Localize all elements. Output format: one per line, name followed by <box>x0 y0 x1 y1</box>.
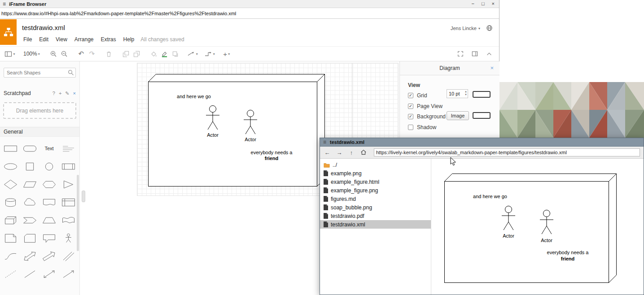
undo-button[interactable]: ↶ <box>76 48 87 60</box>
shape-actor[interactable] <box>59 229 78 247</box>
shape-bidirectional-arrow[interactable] <box>20 247 39 265</box>
file-row-parent-dir[interactable]: ../ <box>320 161 431 169</box>
forward-button[interactable]: → <box>336 150 343 156</box>
shadow-checkbox[interactable] <box>408 125 413 130</box>
shape-hexagon[interactable] <box>39 175 59 193</box>
fill-color-button[interactable] <box>149 48 159 60</box>
file-row[interactable]: testdrawio.pdf <box>320 212 431 220</box>
shape-step[interactable] <box>20 211 39 229</box>
shape-diamond[interactable] <box>1 175 20 193</box>
menu-extras[interactable]: Extras <box>97 35 120 43</box>
minimize-button[interactable]: − <box>471 1 474 6</box>
file-row[interactable]: example.png <box>320 169 431 178</box>
shadow-button[interactable] <box>170 48 181 60</box>
menu-edit[interactable]: Edit <box>35 35 52 43</box>
shape-card[interactable] <box>20 229 39 247</box>
scratchpad-dropzone[interactable]: Drag elements here <box>3 102 76 119</box>
up-button[interactable]: ↑ <box>348 150 355 156</box>
scratchpad-edit-icon[interactable]: ✎ <box>65 91 69 96</box>
shape-callout[interactable] <box>39 229 59 247</box>
menu-file[interactable]: File <box>20 35 35 43</box>
insert-dropdown[interactable]: + ▾ <box>221 48 232 60</box>
fullscreen-button[interactable] <box>455 48 466 60</box>
window-menu-icon[interactable]: ≡ <box>3 1 6 7</box>
home-button[interactable] <box>360 149 367 156</box>
browser-url-bar[interactable] <box>0 8 499 19</box>
shape-triangle[interactable] <box>59 175 78 193</box>
shape-square[interactable] <box>20 157 39 175</box>
file-row[interactable]: soap_bubble.png <box>320 203 431 212</box>
shape-curve[interactable] <box>1 247 20 265</box>
shape-line[interactable] <box>20 265 39 283</box>
delete-button[interactable] <box>104 48 114 60</box>
format-close-icon[interactable]: × <box>490 65 494 71</box>
connection-style-dropdown[interactable]: ▾ <box>187 48 198 60</box>
to-front-button[interactable] <box>121 48 131 60</box>
shape-circle[interactable] <box>39 157 59 175</box>
shape-tape[interactable] <box>59 211 78 229</box>
shape-ellipse[interactable] <box>1 157 20 175</box>
shape-process[interactable] <box>59 157 78 175</box>
menu-help[interactable]: Help <box>120 35 138 43</box>
shape-cloud[interactable] <box>20 193 39 211</box>
tab-diagram[interactable]: Diagram <box>439 65 460 71</box>
format-panel-toggle[interactable] <box>469 48 480 60</box>
shape-trapezoid[interactable] <box>39 211 59 229</box>
background-image-button[interactable]: Image <box>447 111 469 120</box>
shape-textbox[interactable] <box>59 139 78 157</box>
language-globe-icon[interactable] <box>486 25 493 33</box>
shape-link[interactable] <box>59 247 78 265</box>
user-menu[interactable]: Jens Lincke ▾ <box>451 26 480 31</box>
shape-cylinder[interactable] <box>1 193 20 211</box>
window1-titlebar[interactable]: ≡ iFrame Browser − □ × <box>0 0 499 8</box>
shape-note[interactable] <box>1 229 20 247</box>
file-row-selected[interactable]: testdrawio.xml <box>320 220 431 229</box>
shape-directional-connector[interactable] <box>59 265 78 283</box>
close-button[interactable]: × <box>492 1 495 6</box>
to-back-button[interactable] <box>131 48 142 60</box>
redo-button[interactable]: ↷ <box>87 48 97 60</box>
scratchpad-help-icon[interactable]: ? <box>53 91 55 96</box>
shape-dotted-line[interactable] <box>1 265 20 283</box>
grid-color-swatch[interactable] <box>473 91 491 98</box>
page-view-checkbox[interactable] <box>408 104 413 109</box>
shape-text[interactable]: Text <box>39 139 59 157</box>
page-view-dropdown[interactable]: ▾ <box>4 48 15 60</box>
grid-checkbox[interactable] <box>408 93 413 98</box>
shape-document[interactable] <box>39 193 59 211</box>
general-section-header[interactable]: General <box>0 127 79 137</box>
shapes-panel-scrollbar[interactable] <box>77 175 79 251</box>
zoom-in-button[interactable] <box>48 48 59 60</box>
background-color-swatch[interactable] <box>473 112 491 119</box>
maximize-button[interactable]: □ <box>482 1 485 6</box>
window2-menu-icon[interactable]: ≡ <box>323 139 326 145</box>
menu-view[interactable]: View <box>52 35 71 43</box>
scratchpad-add-icon[interactable]: + <box>59 91 61 96</box>
spinner-down-icon[interactable]: ▼ <box>464 93 467 96</box>
panel-collapse-handle[interactable] <box>82 191 85 202</box>
shape-parallelogram[interactable] <box>20 175 39 193</box>
background-checkbox[interactable] <box>408 114 413 119</box>
shape-arrow[interactable] <box>39 247 59 265</box>
shape-internal-storage[interactable] <box>59 193 78 211</box>
file-browser-url-bar[interactable] <box>374 148 640 156</box>
window2-titlebar[interactable]: ≡ testdrawio.xml <box>320 138 644 147</box>
shape-rounded-rectangle[interactable] <box>20 139 39 157</box>
file-row[interactable]: figures.md <box>320 195 431 203</box>
file-row[interactable]: example_figure.html <box>320 178 431 186</box>
shape-bidirectional-connector[interactable] <box>39 265 59 283</box>
shape-rectangle[interactable] <box>1 139 20 157</box>
menu-arrange[interactable]: Arrange <box>71 35 97 43</box>
waypoint-style-dropdown[interactable]: ▾ <box>204 48 215 60</box>
spinner-up-icon[interactable]: ▲ <box>464 90 467 93</box>
zoom-level-dropdown[interactable]: 100%▾ <box>22 48 42 60</box>
line-color-button[interactable] <box>159 48 170 60</box>
cube-shape[interactable]: and here we go <box>149 74 325 187</box>
zoom-out-button[interactable] <box>59 48 70 60</box>
grid-size-spinner[interactable]: ▲ ▼ <box>464 90 467 96</box>
collapse-toolbar-button[interactable] <box>484 48 495 60</box>
scratchpad-close-icon[interactable]: × <box>73 91 76 96</box>
search-shapes-input[interactable] <box>4 68 76 78</box>
file-row[interactable]: example_figure.png <box>320 186 431 195</box>
shape-cube[interactable] <box>1 211 20 229</box>
